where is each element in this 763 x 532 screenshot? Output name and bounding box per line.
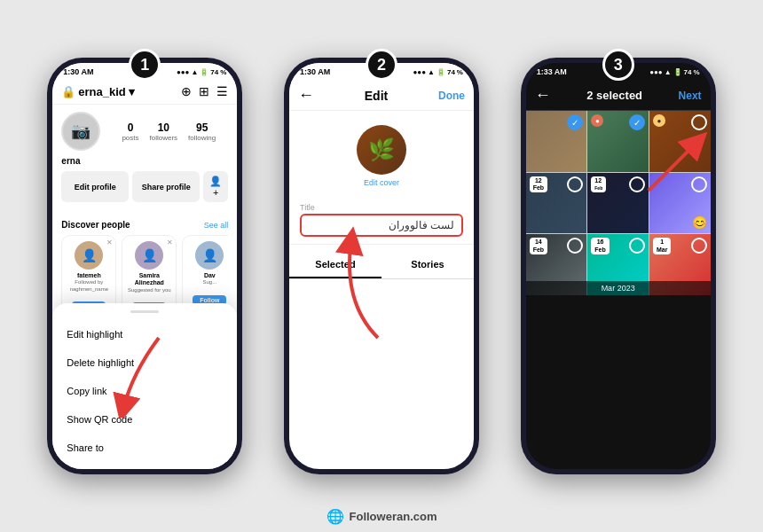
step-3-badge: 3 <box>602 49 634 81</box>
status-icons-1: ●●● ▲ 🔋 74% <box>177 68 226 76</box>
discover-title: Discover people <box>61 220 130 230</box>
cover-image[interactable]: 🌿 <box>357 125 406 175</box>
sheet-item-qr[interactable]: Show QR code <box>52 405 237 434</box>
edit-cover-label[interactable]: Edit cover <box>364 178 399 187</box>
watermark: 🌐 Followeran.com <box>0 508 763 525</box>
tab-stories[interactable]: Stories <box>382 252 474 278</box>
emoji-5: 😊 <box>692 215 707 230</box>
profile-name: erna <box>61 156 228 166</box>
phone-3-inner: 1:33 AM ●●● ▲ 🔋 74% ← 2 selected Next <box>526 63 711 469</box>
title-field-value[interactable]: لست فالووران <box>300 214 463 237</box>
avatar: 📷 <box>61 112 100 151</box>
select-box-8[interactable] <box>691 238 707 254</box>
camera-icon: 📷 <box>71 121 90 141</box>
share-profile-button[interactable]: Share profile <box>132 171 200 202</box>
globe-icon: 🌐 <box>326 508 344 525</box>
date-label-8: 1Mar <box>653 238 671 254</box>
date-bar: Mar 2023 <box>526 281 711 295</box>
ph2-back-button[interactable]: ← <box>298 86 314 105</box>
username-text: erna_kid <box>78 85 125 98</box>
date-label-6: 14Feb <box>530 238 547 254</box>
photo-2[interactable]: ● <box>649 111 711 172</box>
select-box-2[interactable] <box>691 114 707 130</box>
photo-1[interactable]: ● ✓ <box>587 111 649 172</box>
username-display: 🔒 erna_kid ▾ <box>61 85 134 98</box>
ph2-title: Edit <box>365 89 388 103</box>
ph2-done-button[interactable]: Done <box>438 90 465 102</box>
add-person-button[interactable]: 👤+ <box>203 171 228 202</box>
profile-section: 📷 0 posts 10 followers <box>52 105 237 216</box>
signal-icon-2: ●●● <box>413 68 427 76</box>
time-2: 1:30 AM <box>300 67 330 76</box>
close-icon-0[interactable]: ✕ <box>106 239 113 246</box>
person-avatar-0: 👤 <box>75 241 103 270</box>
phone-3-wrapper: 3 1:33 AM ●●● ▲ 🔋 74% ← 2 selected <box>521 58 716 474</box>
calendar-widget-4: 12Feb <box>591 176 606 193</box>
signal-icon: ●●● <box>177 68 190 76</box>
close-icon-1[interactable]: ✕ <box>167 239 173 246</box>
select-box-1[interactable]: ✓ <box>629 114 645 130</box>
dropdown-icon[interactable]: ▾ <box>129 85 135 98</box>
phone-2: 1:30 AM ●●● ▲ 🔋 74% ← Edit Done � <box>284 58 479 474</box>
profile-buttons: Edit profile Share profile 👤+ <box>61 171 228 202</box>
posts-stat: 0 posts <box>122 121 138 142</box>
status-icons-3: ●●● ▲ 🔋 74% <box>649 68 699 76</box>
photo-grid-container: ✓ ● ✓ ● 12Feb <box>526 111 711 295</box>
status-icons-2: ●●● ▲ 🔋 74% <box>413 68 463 76</box>
select-box-0[interactable]: ✓ <box>567 114 583 130</box>
following-stat: 95 following <box>188 121 216 142</box>
photo-0[interactable]: ✓ <box>526 111 587 172</box>
select-box-5[interactable] <box>691 176 707 192</box>
select-box-7[interactable] <box>629 238 645 254</box>
select-box-4[interactable] <box>629 176 645 192</box>
see-all-link[interactable]: See all <box>204 221 229 230</box>
tab-selected[interactable]: Selected <box>289 252 382 278</box>
battery-icon-3: 🔋 <box>673 68 682 76</box>
person-name-0: fatemeh <box>66 272 112 279</box>
date-label-7: 16Feb <box>591 238 609 254</box>
select-box-6[interactable] <box>567 238 583 254</box>
time-1: 1:30 AM <box>63 67 93 76</box>
battery-icon-2: 🔋 <box>437 68 445 76</box>
wifi-icon: ▲ <box>191 68 198 76</box>
title-field-label: Title <box>300 203 463 212</box>
wifi-icon-2: ▲ <box>428 68 435 76</box>
battery-icon: 🔋 <box>200 68 208 76</box>
ph3-back-button[interactable]: ← <box>535 86 551 105</box>
ph1-topbar: 🔒 erna_kid ▾ ⊕ ⊞ ☰ <box>52 81 237 105</box>
sheet-item-delete[interactable]: Delete highlight <box>52 348 237 377</box>
close-icon-2[interactable]: ✕ <box>227 239 228 246</box>
wifi-icon-3: ▲ <box>665 68 672 76</box>
person-sub-1: Suggested for you <box>126 287 172 293</box>
ph3-next-button[interactable]: Next <box>679 90 702 102</box>
discover-header: Discover people See all <box>61 220 228 230</box>
person-sub-0: Followed by naghmen_name <box>66 279 112 292</box>
person-name-2: Dav <box>186 272 228 279</box>
sheet-item-edit[interactable]: Edit highlight <box>52 320 237 348</box>
followers-stat: 10 followers <box>150 121 178 142</box>
bottom-sheet: Edit highlight Delete highlight Copy lin… <box>52 303 237 469</box>
step-1-badge: 1 <box>129 49 161 81</box>
person-avatar-1: 👤 <box>135 241 163 270</box>
signal-icon-3: ●●● <box>649 68 663 76</box>
ph3-topbar: ← 2 selected Next <box>526 81 711 111</box>
dot-indicator-1: ● <box>591 114 603 127</box>
watermark-text: Followeran.com <box>350 510 437 523</box>
person-avatar-2: 👤 <box>195 241 224 270</box>
sheet-item-share[interactable]: Share to <box>52 434 237 462</box>
threads-icon[interactable]: ⊕ <box>181 84 192 98</box>
photo-3[interactable]: 12Feb <box>526 173 587 234</box>
select-box-3[interactable] <box>567 176 583 192</box>
add-icon[interactable]: ⊞ <box>199 84 209 98</box>
dot-indicator-2: ● <box>653 114 665 127</box>
person-sub-2: Sug... <box>186 279 228 286</box>
sheet-item-copy[interactable]: Copy link <box>52 377 237 405</box>
photo-5[interactable]: 😊 <box>649 173 711 234</box>
step-2-badge: 2 <box>366 49 397 81</box>
photo-grid: ✓ ● ✓ ● 12Feb <box>526 111 711 295</box>
menu-icon[interactable]: ☰ <box>216 84 228 98</box>
photo-4[interactable]: 12Feb <box>587 173 649 234</box>
edit-profile-button[interactable]: Edit profile <box>61 171 129 202</box>
phone-1-inner: 1:30 AM ●●● ▲ 🔋 74% 🔒 erna_kid ▾ <box>52 63 237 469</box>
top-icons: ⊕ ⊞ ☰ <box>181 84 228 98</box>
